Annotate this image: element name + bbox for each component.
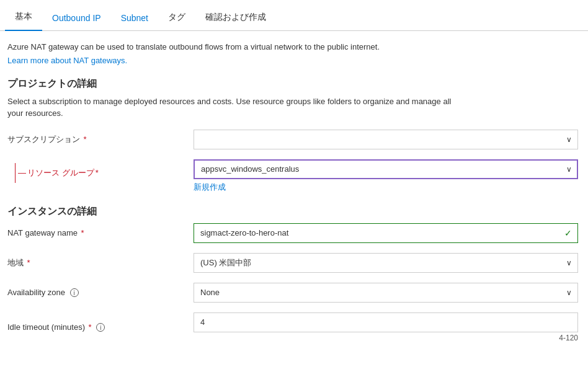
nat-gateway-name-input-col: ✓ [194, 223, 578, 243]
new-resource-group-link[interactable]: 新規作成 [194, 182, 578, 193]
resource-group-select[interactable]: appsvc_windows_centralus [194, 159, 578, 179]
tab-subnet[interactable]: Subnet [111, 6, 158, 30]
instance-section-title: インスタンスの詳細 [7, 205, 581, 218]
tab-basics[interactable]: 基本 [5, 4, 42, 31]
tab-outbound-ip[interactable]: Outbound IP [42, 6, 111, 30]
idle-timeout-input[interactable] [194, 312, 578, 332]
resource-group-dash: — [18, 168, 26, 177]
resource-group-required-star: * [96, 168, 99, 177]
nat-gateway-name-label: NAT gateway name * [7, 228, 194, 237]
availability-zone-select[interactable]: None [194, 283, 578, 303]
tab-review-create[interactable]: 確認および作成 [195, 4, 276, 30]
idle-timeout-range-hint: 4-120 [194, 334, 578, 342]
resource-group-label-col: — リソース グループ * [7, 159, 194, 183]
resource-group-container: — リソース グループ * appsvc_windows_centralus ∨… [7, 159, 581, 193]
region-select-wrapper: (US) 米国中部 ∨ [194, 253, 578, 273]
resource-group-input-col: appsvc_windows_centralus ∨ 新規作成 [194, 159, 578, 193]
resource-group-label: リソース グループ [27, 167, 94, 179]
project-section-desc: Select a subscription to manage deployed… [7, 95, 581, 120]
tree-connector [12, 163, 16, 183]
tab-tags[interactable]: タグ [158, 4, 195, 30]
availability-zone-select-wrapper: None ∨ [194, 283, 578, 303]
tab-navigation: 基本 Outbound IP Subnet タグ 確認および作成 [0, 0, 588, 31]
availability-zone-input-col: None ∨ [194, 283, 578, 303]
nat-gateway-name-row: NAT gateway name * ✓ [7, 223, 581, 243]
resource-group-label-wrapper: — リソース グループ * [18, 167, 99, 179]
main-content: Azure NAT gateway can be used to transla… [0, 31, 588, 362]
idle-timeout-row: Idle timeout (minutes) * i 4-120 [7, 312, 581, 342]
nat-gateway-name-input[interactable] [194, 223, 578, 243]
subscription-label: サブスクリプション * [7, 134, 194, 145]
region-row: 地域 * (US) 米国中部 ∨ [7, 253, 581, 273]
tree-vertical-line [15, 163, 16, 183]
idle-timeout-required: * [86, 322, 92, 332]
region-input-col: (US) 米国中部 ∨ [194, 253, 578, 273]
availability-zone-label: Availability zone i [7, 288, 194, 298]
subscription-required-star: * [81, 135, 87, 144]
learn-more-link[interactable]: Learn more about NAT gateways. [7, 56, 127, 65]
region-select[interactable]: (US) 米国中部 [194, 253, 578, 273]
idle-timeout-info-icon[interactable]: i [96, 323, 105, 332]
region-required: * [25, 258, 30, 267]
subscription-input-col: ∨ [194, 130, 578, 149]
description-text: Azure NAT gateway can be used to transla… [7, 41, 581, 53]
subscription-row: サブスクリプション * ∨ [7, 130, 581, 149]
project-section-title: プロジェクトの詳細 [7, 78, 581, 91]
idle-timeout-input-col: 4-120 [194, 312, 578, 342]
subscription-select-wrapper: ∨ [194, 130, 578, 149]
availability-zone-info-icon[interactable]: i [70, 288, 79, 297]
nat-gateway-name-wrapper: ✓ [194, 223, 578, 243]
resource-group-select-wrapper: appsvc_windows_centralus ∨ [194, 159, 578, 179]
nat-gateway-name-required: * [79, 228, 84, 237]
idle-timeout-label: Idle timeout (minutes) * i [7, 322, 194, 332]
region-label: 地域 * [7, 257, 194, 268]
subscription-select[interactable] [194, 130, 578, 149]
availability-zone-row: Availability zone i None ∨ [7, 283, 581, 303]
